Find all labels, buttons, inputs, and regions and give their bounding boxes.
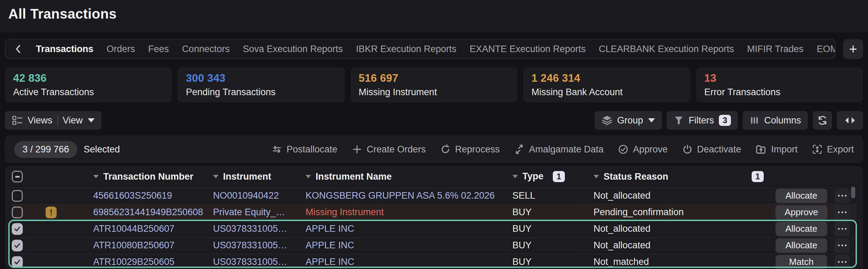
group-button[interactable]: Group: [595, 111, 662, 130]
stat-card-missing-bank-account[interactable]: 1 246 314 Missing Bank Account: [523, 67, 690, 102]
amalgamate-data-button[interactable]: Amalgamate Data: [514, 144, 604, 155]
column-menu-icon[interactable]: [93, 175, 99, 178]
instrument-name-link[interactable]: APPLE INC: [306, 223, 354, 234]
row-menu-button[interactable]: [834, 189, 850, 203]
instrument-name-link[interactable]: KONGSBERG GRUPPEN ASA 5.6% 02.2026: [306, 190, 495, 201]
column-header-status-reason[interactable]: Status Reason 1: [584, 166, 773, 187]
stat-label: Pending Transactions: [186, 87, 336, 98]
tab-connectors[interactable]: Connectors: [182, 44, 230, 54]
column-menu-icon[interactable]: [213, 175, 219, 178]
row-checkbox[interactable]: [12, 256, 23, 268]
tab-exante-execution-reports[interactable]: EXANTE Execution Reports: [470, 44, 586, 54]
column-menu-icon[interactable]: [306, 175, 311, 178]
row-checkbox[interactable]: [12, 207, 23, 218]
create-orders-button[interactable]: Create Orders: [352, 144, 426, 155]
row-menu-button[interactable]: [834, 255, 850, 269]
transaction-number-link[interactable]: ATR10044B250607: [93, 223, 174, 234]
tabs-scroll-left-icon[interactable]: [14, 44, 23, 54]
tab-eoms[interactable]: EOMS C: [817, 44, 836, 54]
stat-card-error-transactions[interactable]: 13 Error Transactions: [696, 67, 863, 102]
table-row[interactable]: ! 69856231441949B250608 Private Equity_……: [12, 204, 856, 220]
transaction-number-link[interactable]: 69856231441949B250608: [93, 207, 203, 218]
stat-card-active-transactions[interactable]: 42 836 Active Transactions: [5, 67, 172, 102]
stats-row: 42 836 Active Transactions 300 343 Pendi…: [5, 67, 863, 102]
vertical-scrollbar-thumb[interactable]: [851, 187, 855, 198]
stat-label: Active Transactions: [13, 87, 164, 98]
columns-button[interactable]: Columns: [743, 111, 808, 130]
type-value: BUY: [512, 207, 532, 218]
folder-import-icon: [755, 144, 766, 155]
reprocess-label: Reprocess: [455, 144, 500, 155]
approve-row-button[interactable]: Approve: [775, 205, 827, 220]
row-menu-button[interactable]: [834, 222, 850, 236]
tab-sova-execution-reports[interactable]: Sova Execution Reports: [243, 44, 343, 54]
column-menu-icon[interactable]: [594, 175, 599, 178]
ellipsis-icon: [838, 245, 840, 246]
tab-transactions[interactable]: Transactions: [36, 44, 94, 54]
select-all-checkbox[interactable]: [12, 171, 23, 182]
transaction-number-link[interactable]: ATR10080B250607: [93, 240, 174, 251]
transaction-number-link[interactable]: ATR10029B250605: [93, 257, 174, 267]
instrument-link[interactable]: US0378331005…: [213, 223, 287, 234]
match-button[interactable]: Match: [775, 255, 827, 269]
export-label: Export: [827, 144, 854, 155]
allocate-button[interactable]: Allocate: [775, 222, 827, 236]
row-checkbox[interactable]: [12, 190, 23, 202]
instrument-link[interactable]: US0378331005…: [213, 240, 287, 251]
stat-value: 516 697: [359, 72, 509, 84]
allocate-button[interactable]: Allocate: [775, 238, 827, 253]
tab-bar-row: Transactions Orders Fees Connectors Sova…: [5, 39, 863, 59]
add-tab-button[interactable]: +: [843, 39, 863, 59]
funnel-icon: [674, 115, 684, 126]
check-icon: [13, 225, 21, 233]
table-row[interactable]: 45661603S250619 NO0010940422 KONGSBERG G…: [12, 187, 856, 204]
row-menu-button[interactable]: [834, 238, 850, 253]
check-icon: [13, 258, 21, 266]
tab-fees[interactable]: Fees: [148, 44, 169, 54]
filters-button[interactable]: Filters 3: [667, 111, 738, 130]
toolbar: Views View Group: [5, 111, 863, 130]
transaction-number-link[interactable]: 45661603S250619: [93, 190, 172, 201]
column-header-instrument-name[interactable]: Instrument Name: [306, 171, 512, 182]
row-checkbox[interactable]: [12, 223, 23, 235]
tab-bar: Transactions Orders Fees Connectors Sova…: [5, 39, 836, 59]
table-row[interactable]: ATR10044B250607 US0378331005… APPLE INC …: [12, 220, 856, 237]
missing-instrument-label: Missing Instrument: [306, 207, 384, 218]
row-checkbox[interactable]: [12, 240, 23, 251]
table-row[interactable]: ATR10080B250607 US0378331005… APPLE INC …: [12, 237, 856, 253]
instrument-name-link[interactable]: APPLE INC: [306, 257, 354, 267]
tab-clearbank-execution-reports[interactable]: CLEARBANK Execution Reports: [599, 44, 734, 54]
ellipsis-icon: [838, 195, 840, 197]
plus-icon: [352, 144, 362, 155]
instrument-link[interactable]: US0378331005…: [213, 257, 287, 267]
all-transactions-page: All Transactions Transactions Orders Fee…: [0, 0, 868, 269]
postallocate-button[interactable]: Postallocate: [272, 144, 337, 155]
column-header-instrument[interactable]: Instrument: [213, 171, 306, 182]
table-row[interactable]: ATR10029B250605 US0378331005… APPLE INC …: [12, 253, 856, 269]
reprocess-button[interactable]: Reprocess: [440, 144, 500, 155]
views-button[interactable]: Views View: [5, 111, 102, 130]
instrument-link[interactable]: NO0010940422: [213, 190, 279, 201]
tab-orders[interactable]: Orders: [107, 44, 135, 54]
import-button[interactable]: Import: [755, 144, 798, 155]
column-header-type[interactable]: Type 1: [512, 171, 584, 182]
collapse-panel-button[interactable]: [837, 111, 863, 130]
refresh-button[interactable]: [813, 111, 832, 130]
stat-card-missing-instrument[interactable]: 516 697 Missing Instrument: [350, 67, 518, 102]
tab-ibkr-execution-reports[interactable]: IBKR Execution Reports: [356, 44, 456, 54]
warning-icon[interactable]: !: [46, 207, 57, 218]
row-menu-button[interactable]: [834, 205, 850, 220]
column-menu-icon[interactable]: [512, 175, 518, 178]
instrument-link[interactable]: Private Equity_…: [213, 207, 285, 218]
deactivate-button[interactable]: Deactivate: [682, 144, 741, 155]
approve-button[interactable]: Approve: [618, 144, 668, 155]
stat-label: Missing Instrument: [359, 87, 509, 98]
column-header-transaction-number[interactable]: Transaction Number: [81, 171, 213, 182]
type-value: SELL: [512, 190, 535, 201]
export-button[interactable]: Export: [812, 144, 854, 155]
tab-mifir-trades[interactable]: MIFIR Trades: [747, 44, 804, 54]
instrument-name-link[interactable]: APPLE INC: [306, 240, 354, 251]
stat-card-pending-transactions[interactable]: 300 343 Pending Transactions: [177, 67, 345, 102]
allocate-button[interactable]: Allocate: [775, 189, 827, 203]
columns-label: Columns: [764, 115, 801, 126]
